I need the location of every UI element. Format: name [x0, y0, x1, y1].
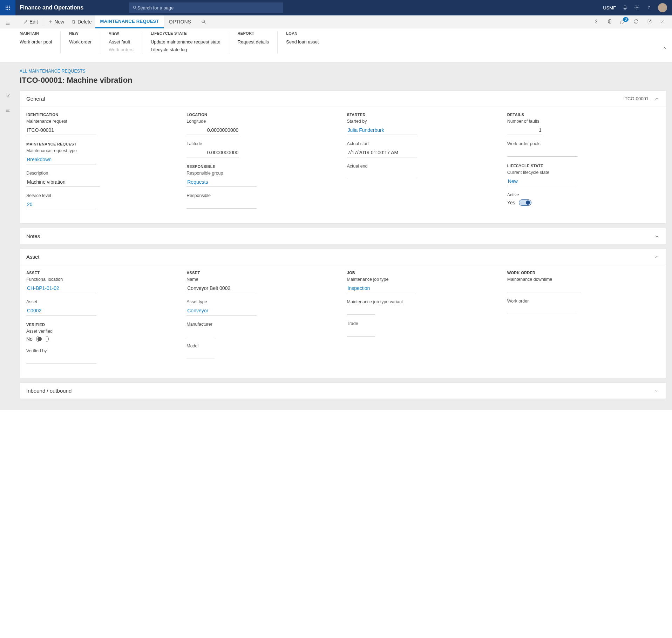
inbound-title: Inbound / outbound [26, 388, 72, 394]
asset-id-field[interactable]: C0002 [26, 306, 96, 315]
func-loc-field[interactable]: CH-BP1-01-02 [26, 284, 96, 293]
ribbon-group-loan: LOAN [286, 31, 319, 35]
chevron-up-icon [654, 254, 660, 260]
service-field[interactable]: 20 [26, 200, 96, 209]
maintenance-request-heading: MAINTENANCE REQUEST [26, 142, 179, 146]
started-by-label: Started by [347, 119, 500, 124]
responsible-field[interactable] [186, 200, 257, 209]
filter-button[interactable] [5, 93, 11, 100]
ribbon: MAINTAIN Work order pool NEW Work order … [0, 28, 672, 62]
workorder-field[interactable] [507, 306, 577, 314]
app-launcher[interactable] [0, 0, 15, 15]
resp-group-field[interactable]: Requests [186, 178, 257, 187]
office-button[interactable] [607, 19, 612, 25]
model-label: Model [186, 344, 339, 348]
model-field[interactable] [186, 351, 215, 359]
svg-point-3 [6, 7, 6, 8]
variant-label: Maintenance job type variant [347, 299, 500, 304]
asset-title: Asset [26, 254, 40, 260]
started-heading: STARTED [347, 113, 500, 117]
popout-icon [647, 19, 652, 24]
delete-button[interactable]: Delete [68, 15, 95, 28]
general-header[interactable]: General ITCO-00001 [20, 91, 666, 107]
refresh-icon [633, 19, 639, 24]
tab-options[interactable]: OPTIONS [164, 15, 196, 28]
actual-end-field[interactable] [347, 171, 417, 179]
asset-name-field[interactable]: Conveyor Belt 0002 [186, 284, 257, 293]
tab-maintenance-request[interactable]: MAINTENANCE REQUEST [95, 15, 164, 28]
ribbon-work-order-pool[interactable]: Work order pool [20, 38, 52, 46]
mfr-field[interactable] [186, 329, 215, 337]
ribbon-request-details[interactable]: Request details [238, 38, 269, 46]
downtime-field[interactable] [507, 284, 581, 292]
svg-point-6 [6, 9, 6, 10]
notes-header[interactable]: Notes [20, 228, 666, 244]
faults-field[interactable]: 1 [507, 126, 542, 135]
company-picker[interactable]: USMF [603, 5, 616, 11]
edit-label: Edit [29, 19, 38, 25]
attachments-button[interactable]: 0 [620, 19, 626, 25]
type-field[interactable]: Breakdown [26, 155, 96, 164]
new-label: New [54, 19, 64, 25]
mfr-label: Manufacturer [186, 322, 339, 327]
verified-toggle[interactable] [36, 336, 49, 342]
ribbon-asset-fault[interactable]: Asset fault [109, 38, 134, 46]
lat-field[interactable]: 0.0000000000 [186, 148, 239, 157]
ribbon-update-state[interactable]: Update maintenance request state [151, 38, 220, 46]
lon-field[interactable]: 0.0000000000 [186, 126, 239, 135]
asset-name-label: Name [186, 277, 339, 282]
trash-icon [71, 19, 76, 24]
attachments-grid-button[interactable] [593, 19, 599, 25]
general-card: General ITCO-00001 IDENTIFICATION Mainte… [20, 90, 666, 224]
ribbon-collapse[interactable] [661, 45, 667, 52]
breadcrumb[interactable]: ALL MAINTENANCE REQUESTS [20, 69, 666, 74]
active-toggle[interactable] [519, 199, 531, 206]
popout-button[interactable] [647, 19, 652, 25]
verified-label: Asset verified [26, 329, 179, 334]
svg-point-9 [134, 6, 136, 8]
inbound-header[interactable]: Inbound / outbound [20, 383, 666, 399]
asset-header[interactable]: Asset [20, 249, 666, 265]
ribbon-send-loan[interactable]: Send loan asset [286, 38, 319, 46]
ribbon-state-log[interactable]: Lifecycle state log [151, 46, 220, 54]
related-info-button[interactable] [5, 108, 11, 115]
close-button[interactable] [660, 19, 666, 25]
started-by-field[interactable]: Julia Funderburk [347, 126, 417, 135]
search-input[interactable] [137, 5, 280, 11]
page-title: ITCO-00001: Machine vibration [20, 76, 666, 85]
edit-button[interactable]: Edit [20, 15, 41, 28]
downtime-label: Maintenance downtime [507, 277, 660, 282]
search-box[interactable] [129, 2, 283, 13]
variant-field[interactable] [347, 306, 375, 315]
lon-label: Longitude [186, 119, 339, 124]
pools-field[interactable] [507, 148, 577, 157]
chevron-down-icon [654, 233, 660, 239]
new-button[interactable]: New [45, 15, 68, 28]
func-loc-label: Functional location [26, 277, 179, 282]
action-bar: Edit New Delete MAINTENANCE REQUEST OPTI… [0, 15, 672, 28]
svg-point-5 [9, 7, 10, 8]
nav-toggle[interactable] [5, 20, 11, 27]
notifications-button[interactable] [622, 5, 628, 11]
maintenance-request-field[interactable]: ITCO-00001 [26, 126, 96, 135]
current-state-field[interactable]: New [507, 177, 577, 186]
top-nav: Finance and Operations USMF [0, 0, 672, 15]
app-title: Finance and Operations [20, 5, 83, 11]
plus-icon [48, 19, 53, 24]
refresh-button[interactable] [633, 19, 639, 25]
list-icon [5, 108, 11, 114]
ribbon-work-order[interactable]: Work order [69, 38, 91, 46]
desc-field[interactable]: Machine vibration [26, 178, 100, 187]
user-avatar[interactable] [658, 3, 667, 12]
asset-type-field[interactable]: Conveyor [186, 306, 257, 315]
actual-start-field[interactable]: 7/17/2019 01:00:17 AM [347, 148, 417, 157]
help-button[interactable] [646, 5, 652, 11]
desc-label: Description [26, 171, 179, 176]
settings-button[interactable] [634, 5, 640, 11]
job-type-field[interactable]: Inspection [347, 284, 417, 293]
ribbon-group-report: REPORT [238, 31, 269, 35]
verified-by-field[interactable] [26, 355, 96, 364]
trade-field[interactable] [347, 328, 375, 337]
actionbar-search[interactable] [196, 15, 211, 28]
help-icon [646, 5, 652, 10]
